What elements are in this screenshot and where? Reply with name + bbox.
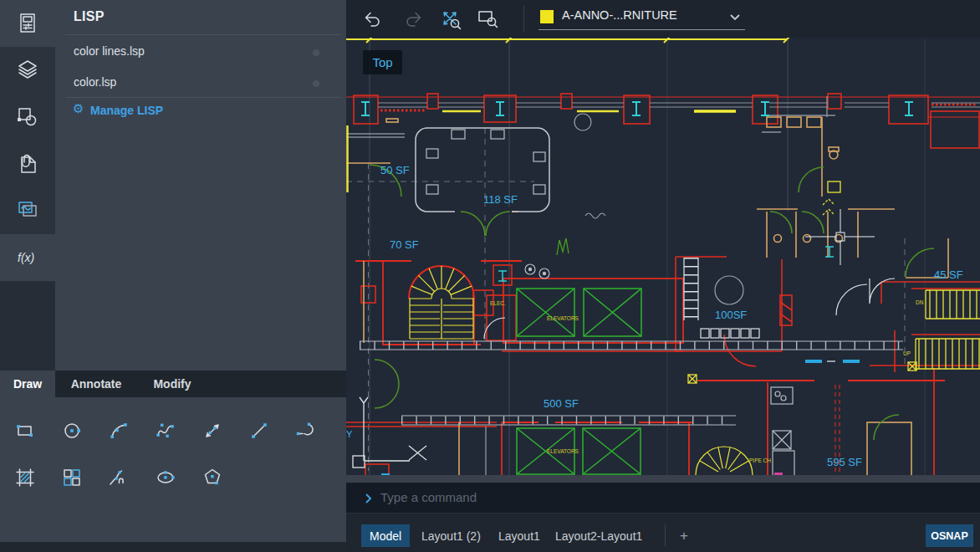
zoom-extents-icon [437,6,464,33]
command-chevron-icon [365,493,372,503]
redo-icon [401,8,425,31]
sidebar-item-blocks[interactable] [0,94,55,141]
sidebar-item-lisp[interactable]: f(x) [0,234,55,281]
drawing-properties-icon [15,11,40,36]
tab-label: Model [370,529,401,543]
tool-ellipse[interactable] [147,459,184,496]
tool-spline[interactable] [147,412,184,449]
lisp-file-row[interactable]: color lines.lsp [55,37,346,69]
tool-ribbon: Draw Annotate Modify [0,371,346,552]
sidebar-item-drawing-properties[interactable] [0,0,55,47]
rail-filler [0,281,55,371]
osnap-label: OSNAP [931,530,967,542]
tab-model[interactable]: Model [361,524,410,547]
tab-annotate[interactable]: Annotate [59,371,134,397]
tool-polyline-arc[interactable] [288,412,324,449]
blocks-icon [15,105,40,130]
sidebar-item-named-views[interactable] [0,187,55,234]
sidebar-item-layers[interactable] [0,47,55,94]
divider [65,97,341,98]
crosshair-cursor [805,209,875,265]
tab-label: Modify [153,377,191,391]
fx-glyph: f(x) [18,251,34,264]
lisp-file-status-dot [313,49,319,56]
tool-rectangle[interactable] [7,412,43,449]
lisp-file-row[interactable]: color.lsp [55,68,346,100]
svg-text:50 SF: 50 SF [380,164,410,176]
undo-icon [361,8,385,31]
command-input-placeholder: Type a command [380,490,477,504]
room-labels: ELEVATORS ELEVATORS ELEC. PIPE CH DN UP [490,299,924,463]
tool-construction-line[interactable] [194,412,231,449]
view-cube-top[interactable]: Top [363,50,402,74]
tool-polygon[interactable] [194,459,231,496]
tool-line[interactable] [241,412,278,449]
tab-label: Layout1 [498,529,540,543]
hatch-icon [14,467,36,488]
tool-insert-block[interactable] [54,459,90,496]
drawing-viewport[interactable]: 50 SF 118 SF 70 SF 100SF 45 SF 500 SF 59… [346,38,980,483]
ucs-icon [353,397,426,468]
tool-measure[interactable] [100,459,137,496]
tab-layout1[interactable]: Layout1 [490,524,549,547]
elevator-shafts [517,289,641,474]
undo-button[interactable] [360,7,386,32]
svg-text:ELEVATORS: ELEVATORS [547,448,579,454]
svg-text:PIPE CH: PIPE CH [749,457,771,463]
view-cube-label: Top [372,55,392,69]
layer-swatch [540,10,554,24]
tab-draw[interactable]: Draw [0,371,55,397]
main-area: A-ANNO-...RNITURE [346,0,980,552]
lisp-file-name: color lines.lsp [74,44,145,58]
layout-divider [665,524,666,546]
svg-text:ELEC.: ELEC. [490,300,506,306]
column-ibeam-markers [361,102,913,281]
layout-bar: Model Layout1 (2) Layout1 Layout2-Layout… [346,513,980,552]
ellipse-icon [155,467,176,488]
manage-lisp-button[interactable]: ⚙ Manage LISP [55,99,346,124]
gear-icon: ⚙ [73,101,84,116]
svg-text:118 SF: 118 SF [483,193,518,206]
left-icon-rail: f(x) [0,0,55,371]
lisp-functions-icon: f(x) [13,245,42,270]
svg-text:100SF: 100SF [715,309,747,321]
tab-modify[interactable]: Modify [140,371,204,397]
tool-hatch[interactable] [7,459,43,496]
floor-plan-svg[interactable]: 50 SF 118 SF 70 SF 100SF 45 SF 500 SF 59… [346,38,980,483]
arc-icon [108,420,130,442]
ribbon-tabstrip: Draw Annotate Modify [0,371,346,397]
redo-button[interactable] [400,7,426,32]
datum-dashed-lines [346,128,905,471]
add-layout-button[interactable]: + [673,524,695,547]
sidebar-item-attachments[interactable] [0,141,55,187]
polyline-arc-icon [295,420,317,442]
svg-text:595 SF: 595 SF [827,456,862,468]
measure-icon [108,467,130,488]
panel-bottom-strip [0,542,346,552]
manage-lisp-label: Manage LISP [90,104,163,117]
tab-layout2-layout1[interactable]: Layout2-Layout1 [547,524,651,547]
spline-icon [155,420,176,442]
green-doors [370,165,934,440]
svg-text:DN: DN [916,299,924,305]
tool-circle[interactable] [54,412,90,449]
tool-arc[interactable] [100,412,137,449]
zoom-window-button[interactable] [475,7,502,32]
zoom-extents-button[interactable] [437,7,464,32]
bottom-wall-band [346,475,980,483]
svg-text:UP: UP [903,350,911,356]
insert-block-icon [61,467,83,488]
lisp-panel: LISP color lines.lsp color.lsp ⚙ Manage … [55,0,346,371]
tab-label: Annotate [71,377,122,391]
lisp-file-name: color.lsp [74,75,116,89]
command-bar[interactable]: Type a command [346,483,980,513]
svg-text:500 SF: 500 SF [544,397,579,410]
divider [65,34,341,35]
tab-layout1-2[interactable]: Layout1 (2) [413,524,489,547]
layer-dropdown[interactable]: A-ANNO-...RNITURE [538,5,745,30]
line-icon [248,420,270,442]
osnap-toggle[interactable]: OSNAP [926,524,973,547]
zoom-window-icon [475,6,502,33]
named-views-icon [15,198,40,223]
add-layout-label: + [680,528,688,544]
